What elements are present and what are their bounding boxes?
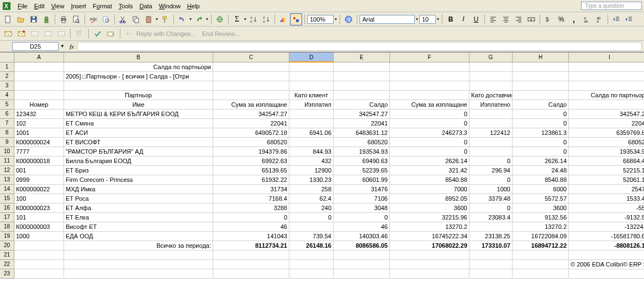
cell-D8[interactable]: 6941.06 [289, 128, 334, 138]
comma-icon[interactable]: , [568, 13, 580, 25]
menu-tools[interactable]: Tools [115, 2, 136, 11]
decrease-indent-icon[interactable] [610, 13, 622, 25]
cell-A14[interactable]: К000000022 [14, 185, 64, 194]
cell-F9[interactable]: 0 [390, 138, 469, 147]
cell-C8[interactable]: 6490572.18 [213, 128, 289, 138]
cell-E2[interactable] [334, 72, 390, 81]
cell-A16[interactable]: К000000023 [14, 203, 64, 213]
bold-icon[interactable]: B [445, 13, 457, 25]
fx-label[interactable]: fx [70, 43, 74, 50]
cell-E15[interactable]: 7106 [334, 194, 390, 203]
increase-decimal-icon[interactable]: .0.00 [580, 13, 593, 25]
cell-I6[interactable]: 342547.27 [569, 109, 644, 119]
paste-icon[interactable] [142, 13, 155, 25]
help-question-box[interactable]: Type a question [581, 2, 642, 10]
row-header-13[interactable]: 13 [0, 175, 14, 185]
cell-C21[interactable] [213, 250, 289, 260]
cell-H7[interactable]: 0 [513, 119, 569, 128]
redo-icon[interactable] [193, 13, 205, 25]
cell-I13[interactable]: 52061.11 [569, 175, 644, 185]
cell-I12[interactable]: 52215.17 [569, 166, 644, 175]
cell-I18[interactable]: -13224.2 [569, 222, 644, 232]
cell-G13[interactable]: 0 [469, 175, 513, 185]
cell-E11[interactable]: 69490.63 [334, 156, 390, 166]
row-header-4[interactable]: 4 [0, 91, 14, 100]
row-header-6[interactable]: 6 [0, 109, 14, 119]
cell-C6[interactable]: 342547.27 [213, 109, 289, 119]
cell-H8[interactable]: 123861.3 [513, 128, 569, 138]
cell-A13[interactable]: 0999 [14, 175, 64, 185]
menu-view[interactable]: View [48, 2, 68, 11]
cell-I22[interactable]: © 2006 EDA Colibri© ERP System. [569, 260, 644, 269]
cell-E7[interactable]: 22041 [334, 119, 390, 128]
col-header-H[interactable]: H [513, 53, 569, 62]
cell-G4[interactable]: Като доставчик [469, 91, 513, 100]
cell-F19[interactable]: 16745222.34 [390, 232, 469, 241]
cell-G22[interactable] [469, 260, 513, 269]
cell-A8[interactable]: 1001 [14, 128, 64, 138]
cell-G1[interactable] [469, 62, 513, 72]
menu-file[interactable]: File [14, 2, 31, 11]
cell-H2[interactable] [513, 72, 569, 81]
cell-E21[interactable] [334, 250, 390, 260]
cell-I23[interactable] [569, 269, 644, 279]
permission-icon[interactable] [40, 13, 52, 25]
col-header-E[interactable]: E [334, 53, 390, 62]
redo-dropdown[interactable]: ▼ [205, 13, 209, 25]
cell-F21[interactable] [390, 250, 469, 260]
cell-C3[interactable] [213, 81, 289, 91]
cell-D16[interactable]: 240 [289, 203, 334, 213]
cell-A11[interactable]: К000000018 [14, 156, 64, 166]
cell-B11[interactable]: Билла България ЕООД [64, 156, 213, 166]
align-center-icon[interactable] [500, 13, 512, 25]
cell-E8[interactable]: 6483631.12 [334, 128, 390, 138]
cell-C1[interactable] [213, 62, 289, 72]
cell-I8[interactable]: 6359769.82 [569, 128, 644, 138]
row-header-14[interactable]: 14 [0, 185, 14, 194]
select-all-corner[interactable] [0, 53, 14, 62]
cell-E5[interactable]: Салдо [334, 100, 390, 109]
cell-C4[interactable] [213, 91, 289, 100]
col-header-A[interactable]: A [14, 53, 64, 62]
row-header-21[interactable]: 21 [0, 250, 14, 260]
cell-F18[interactable]: 13270.2 [390, 222, 469, 232]
cell-A18[interactable]: К000000003 [14, 222, 64, 232]
increase-indent-icon[interactable] [623, 13, 635, 25]
cell-H6[interactable]: 0 [513, 109, 569, 119]
cell-H9[interactable]: 0 [513, 138, 569, 147]
cell-F16[interactable]: 3600 [390, 203, 469, 213]
cell-F15[interactable]: 8952.05 [390, 194, 469, 203]
cell-E20[interactable]: 8086586.05 [334, 241, 390, 250]
cell-B18[interactable]: Висофт ЕТ [64, 222, 213, 232]
cell-B3[interactable] [64, 81, 213, 91]
cell-C18[interactable]: 46 [213, 222, 289, 232]
copy-icon[interactable] [130, 13, 142, 25]
underline-icon[interactable]: U [470, 13, 482, 25]
cell-C2[interactable] [213, 72, 289, 81]
autosum-dropdown[interactable]: ▼ [244, 13, 247, 25]
cell-C7[interactable]: 22041 [213, 119, 289, 128]
row-header-9[interactable]: 9 [0, 138, 14, 147]
cell-H13[interactable]: 8540.88 [513, 175, 569, 185]
cell-G21[interactable] [469, 250, 513, 260]
cell-G16[interactable]: 0 [469, 203, 513, 213]
cell-I1[interactable] [569, 62, 644, 72]
cell-D12[interactable]: 12900 [289, 166, 334, 175]
cell-F5[interactable]: Сума за изплащане [390, 100, 469, 109]
row-header-16[interactable]: 16 [0, 203, 14, 213]
cell-E10[interactable]: 193534.93 [334, 147, 390, 156]
cell-E14[interactable]: 31476 [334, 185, 390, 194]
cell-A12[interactable]: 001 [14, 166, 64, 175]
cell-E19[interactable]: 140303.46 [334, 232, 390, 241]
col-header-B[interactable]: B [64, 53, 213, 62]
cell-B9[interactable]: ЕТ ВИСОФТ [64, 138, 213, 147]
cell-E1[interactable] [334, 62, 390, 72]
cell-F8[interactable]: 246273.3 [390, 128, 469, 138]
italic-icon[interactable]: I [457, 13, 469, 25]
cell-I7[interactable]: 22041 [569, 119, 644, 128]
cell-A9[interactable]: К000000024 [14, 138, 64, 147]
cell-B4[interactable]: Партньор [64, 91, 213, 100]
cell-I9[interactable]: 680520 [569, 138, 644, 147]
size-dropdown[interactable]: ▼ [436, 13, 440, 25]
decrease-decimal-icon[interactable]: .00.0 [593, 13, 605, 25]
